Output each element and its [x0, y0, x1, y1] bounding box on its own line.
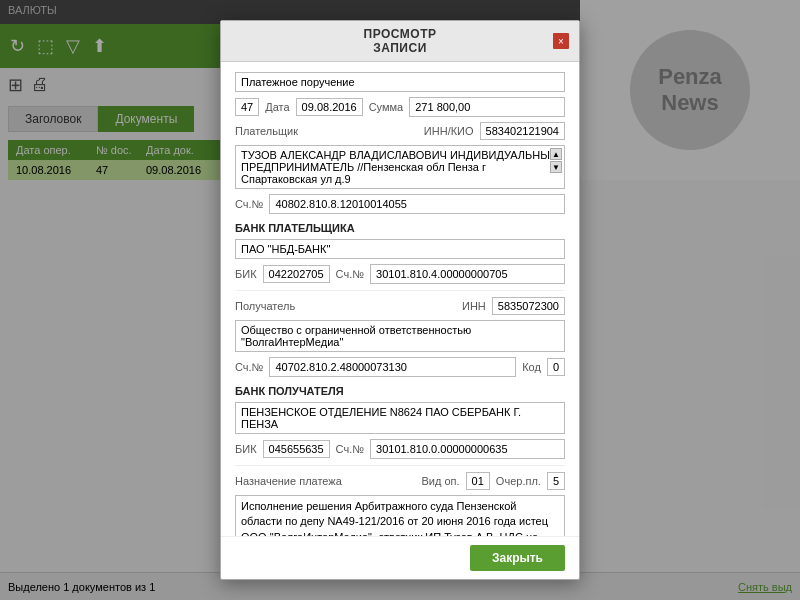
modal-body: Платежное поручение 47 Дата 09.08.2016 С…: [221, 62, 579, 536]
bank-payer-account: 30101.810.4.00000000705: [370, 264, 565, 284]
bank-receiver-account: 30101.810.0.00000000635: [370, 439, 565, 459]
purpose-label: Назначение платежа: [235, 475, 342, 487]
payment-number: 47: [235, 98, 259, 116]
record-view-modal: ПРОСМОТР ЗАПИСИ × Платежное поручение 47…: [220, 20, 580, 580]
payment-purpose-text: Исполнение решения Арбитражного суда Пен…: [241, 500, 548, 536]
inn-kio-label: ИНН/КИО: [424, 125, 474, 137]
payer-name: ТУЗОВ АЛЕКСАНДР ВЛАДИСЛАВОВИЧ ИНДИВИДУАЛ…: [241, 149, 558, 185]
receiver-account-row: Сч.№ 40702.810.2.48000073130 Код 0: [235, 357, 565, 377]
payment-type-box: Платежное поручение: [235, 72, 565, 92]
modal-overlay: ПРОСМОТР ЗАПИСИ × Платежное поручение 47…: [0, 0, 800, 600]
bank-receiver-name-box: ПЕНЗЕНСКОЕ ОТДЕЛЕНИЕ N8624 ПАО СБЕРБАНК …: [235, 402, 565, 434]
inn-label: ИНН: [462, 300, 486, 312]
receiver-inn-value: 5835072300: [492, 297, 565, 315]
number-date-sum-row: 47 Дата 09.08.2016 Сумма 271 800,00: [235, 97, 565, 117]
vid-op-value: 01: [466, 472, 490, 490]
purpose-meta-row: Назначение платежа Вид оп. 01 Очер.пл. 5: [235, 472, 565, 490]
payment-purpose-box: Исполнение решения Арбитражного суда Пен…: [235, 495, 565, 536]
bik-receiver-value: 045655635: [263, 440, 330, 458]
bik-payer-value: 042202705: [263, 265, 330, 283]
receiver-inn-row: Получатель ИНН 5835072300: [235, 297, 565, 315]
bank-payer-header: БАНК ПЛАТЕЛЬЩИКА: [235, 222, 565, 234]
payer-name-box: ТУЗОВ АЛЕКСАНДР ВЛАДИСЛАВОВИЧ ИНДИВИДУАЛ…: [235, 145, 565, 189]
sum-label: Сумма: [369, 101, 404, 113]
bank-payer-name-box: ПАО "НБД-БАНК": [235, 239, 565, 259]
payer-account: 40802.810.8.12010014055: [269, 194, 565, 214]
bank-payer-name: ПАО "НБД-БАНК": [241, 243, 330, 255]
date-label: Дата: [265, 101, 289, 113]
receiver-name: Общество с ограниченной ответственностью…: [241, 324, 471, 348]
bank-receiver-name: ПЕНЗЕНСКОЕ ОТДЕЛЕНИЕ N8624 ПАО СБЕРБАНК …: [241, 406, 521, 430]
modal-title: ПРОСМОТР ЗАПИСИ: [344, 27, 457, 55]
receiver-account: 40702.810.2.48000073130: [269, 357, 516, 377]
payer-account-row: Сч.№ 40802.810.8.12010014055: [235, 194, 565, 214]
modal-close-button[interactable]: ×: [553, 33, 569, 49]
payment-date: 09.08.2016: [296, 98, 363, 116]
scroll-down-icon[interactable]: ▼: [550, 161, 562, 173]
receiver-account-label: Сч.№: [235, 361, 263, 373]
bik-receiver-row: БИК 045655635 Сч.№ 30101.810.0.000000006…: [235, 439, 565, 459]
divider-2: [235, 465, 565, 466]
modal-footer: Закрыть: [221, 536, 579, 579]
payment-type: Платежное поручение: [241, 76, 355, 88]
receiver-name-box: Общество с ограниченной ответственностью…: [235, 320, 565, 352]
payment-sum: 271 800,00: [409, 97, 565, 117]
bank-account-label: Сч.№: [336, 268, 364, 280]
scroll-up-icon[interactable]: ▲: [550, 148, 562, 160]
payer-inn-row: Плательщик ИНН/КИО 583402121904: [235, 122, 565, 140]
payer-inn-value: 583402121904: [480, 122, 565, 140]
close-button[interactable]: Закрыть: [470, 545, 565, 571]
receiver-label: Получатель: [235, 300, 295, 312]
code-value: 0: [547, 358, 565, 376]
payer-label: Плательщик: [235, 125, 298, 137]
divider-1: [235, 290, 565, 291]
payer-scroll[interactable]: ▲ ▼: [550, 148, 562, 173]
bik-payer-row: БИК 042202705 Сч.№ 30101.810.4.000000007…: [235, 264, 565, 284]
bik-label: БИК: [235, 268, 257, 280]
vid-op-label: Вид оп.: [422, 475, 460, 487]
account-label: Сч.№: [235, 198, 263, 210]
bank-receiver-header: БАНК ПОЛУЧАТЕЛЯ: [235, 385, 565, 397]
order-value: 5: [547, 472, 565, 490]
modal-header: ПРОСМОТР ЗАПИСИ ×: [221, 21, 579, 62]
order-label: Очер.пл.: [496, 475, 541, 487]
bik-receiver-label: БИК: [235, 443, 257, 455]
bank-receiver-account-label: Сч.№: [336, 443, 364, 455]
code-label: Код: [522, 361, 541, 373]
